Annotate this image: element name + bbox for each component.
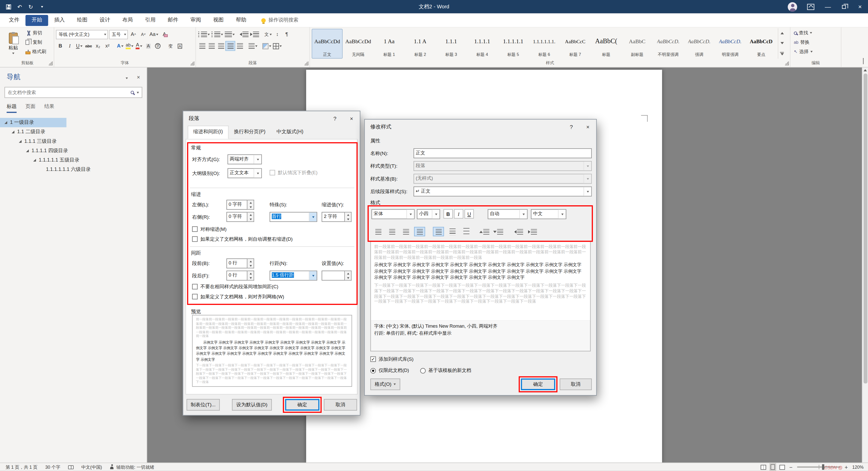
- align-justify-button[interactable]: [226, 41, 235, 50]
- no-space-same-style-checkbox[interactable]: 不要在相同样式的段落间增加间距(C): [192, 284, 278, 290]
- cut-button[interactable]: 剪切: [24, 28, 48, 38]
- close-dialog-button[interactable]: ×: [580, 120, 596, 134]
- asian-layout-button[interactable]: 文: [264, 30, 272, 39]
- nav-heading-level4[interactable]: 1.1.1.1 四级目录: [0, 146, 100, 155]
- close-button[interactable]: ×: [852, 0, 868, 13]
- tab-line-page-breaks[interactable]: 换行和分页(P): [228, 126, 271, 139]
- chevron-down-icon[interactable]: [253, 155, 261, 164]
- zoom-out-button[interactable]: −: [789, 464, 793, 470]
- font-size-combo[interactable]: 小四: [417, 209, 440, 219]
- spin-up[interactable]: [247, 259, 253, 263]
- search-icon[interactable]: [131, 91, 134, 94]
- spin-down[interactable]: [345, 217, 351, 221]
- style-item-subtle-emphasis[interactable]: AaBbCcD.不明显强调: [653, 29, 684, 59]
- vertical-scrollbar[interactable]: [862, 67, 868, 463]
- accessibility-status[interactable]: 辅助功能: 一切就绪: [110, 464, 154, 470]
- web-layout-button[interactable]: [779, 464, 785, 469]
- chevron-down-icon[interactable]: [519, 210, 527, 219]
- set-default-button[interactable]: 设为默认值(D): [232, 399, 272, 411]
- style-name-input[interactable]: 正文: [413, 148, 592, 158]
- nav-heading-level6[interactable]: 1.1.1.1.1.1 六级目录: [0, 165, 123, 174]
- clear-formatting-button[interactable]: A: [160, 30, 169, 39]
- style-item-list-point[interactable]: AaBbCcD要点: [746, 29, 777, 59]
- customize-qat-button[interactable]: [37, 2, 46, 11]
- numbering-button[interactable]: [211, 30, 224, 39]
- search-input[interactable]: [8, 90, 128, 95]
- mirror-indents-checkbox[interactable]: 对称缩进(M): [192, 226, 227, 233]
- chevron-down-icon[interactable]: [309, 271, 317, 280]
- style-item-normal[interactable]: AaBbCcDd正文: [312, 29, 343, 59]
- align-left-button[interactable]: [373, 227, 384, 236]
- font-color-button[interactable]: A: [134, 41, 144, 50]
- nav-heading-level5[interactable]: 1.1.1.1.1 五级目录: [0, 155, 112, 165]
- format-menu-button[interactable]: 格式(O): [370, 378, 400, 390]
- chevron-down-icon[interactable]: [558, 210, 566, 219]
- show-marks-button[interactable]: ¶: [282, 30, 291, 39]
- cancel-button[interactable]: 取消: [324, 399, 357, 411]
- highlight-button[interactable]: ab: [125, 41, 134, 50]
- increase-space-after-button[interactable]: [493, 227, 504, 236]
- tab-help[interactable]: 帮助: [230, 15, 252, 26]
- copy-button[interactable]: 复制: [24, 38, 48, 47]
- tab-file[interactable]: 文件: [3, 15, 26, 26]
- gallery-scroll-up-button[interactable]: [778, 28, 785, 38]
- spin-up[interactable]: [345, 271, 351, 276]
- ok-button[interactable]: 确定: [521, 378, 555, 390]
- gallery-scroll-down-button[interactable]: [778, 38, 785, 49]
- chevron-down-icon[interactable]: [432, 210, 440, 219]
- bullets-button[interactable]: [197, 30, 210, 39]
- zoom-slider-thumb[interactable]: [822, 464, 824, 470]
- help-button[interactable]: ?: [327, 111, 343, 126]
- left-indent-spinner[interactable]: 0 字符: [226, 200, 254, 210]
- find-button[interactable]: 查找: [792, 28, 839, 38]
- only-this-document-radio[interactable]: 仅限此文档(D): [370, 367, 409, 374]
- zoom-level[interactable]: 120%: [852, 464, 864, 469]
- nav-heading-level3[interactable]: 1.1.1 三级目录: [0, 137, 89, 146]
- read-mode-button[interactable]: [761, 464, 766, 469]
- chevron-down-icon[interactable]: [406, 210, 414, 219]
- spin-up[interactable]: [247, 212, 253, 217]
- line-spacing-button[interactable]: [248, 41, 258, 50]
- char-shading-button[interactable]: A: [144, 41, 153, 50]
- style-item-heading1[interactable]: 1 Aa标题 1: [374, 29, 405, 59]
- paragraph-dialog-titlebar[interactable]: 段落 ? ×: [183, 111, 360, 126]
- collapse-triangle-icon[interactable]: [19, 140, 22, 143]
- style-item-heading7[interactable]: AaBbCcC标题 7: [560, 29, 591, 59]
- collapse-triangle-icon[interactable]: [26, 149, 29, 152]
- nav-heading-level2[interactable]: 1.1 二级目录: [0, 127, 78, 136]
- underline-button[interactable]: U: [74, 41, 84, 50]
- tab-mailings[interactable]: 邮件: [162, 15, 184, 26]
- enclose-characters-button[interactable]: 字: [153, 41, 162, 50]
- avatar[interactable]: [788, 2, 797, 11]
- character-border-button[interactable]: A: [176, 41, 184, 50]
- add-to-gallery-checkbox[interactable]: ✓添加到样式库(S): [370, 356, 413, 363]
- restore-button[interactable]: [836, 0, 852, 13]
- gallery-more-button[interactable]: [778, 49, 785, 59]
- ribbon-display-options-button[interactable]: [804, 0, 820, 13]
- tab-asian-typography[interactable]: 中文版式(H): [271, 126, 309, 139]
- scrollbar-thumb[interactable]: [863, 73, 867, 383]
- font-color-combo[interactable]: 自动: [488, 209, 528, 219]
- zoom-in-button[interactable]: +: [844, 464, 848, 470]
- modify-style-dialog-titlebar[interactable]: 修改样式 ? ×: [365, 120, 596, 134]
- tab-home[interactable]: 开始: [26, 15, 48, 26]
- superscript-button[interactable]: x²: [103, 41, 112, 50]
- tab-draw[interactable]: 绘图: [71, 15, 94, 26]
- pinyin-guide-button[interactable]: 变: [166, 41, 175, 50]
- spin-up[interactable]: [247, 200, 253, 205]
- spin-down[interactable]: [345, 276, 351, 280]
- undo-button[interactable]: ↶: [15, 2, 24, 11]
- nav-heading-level1[interactable]: 1 一级目录: [0, 118, 66, 127]
- clipboard-dialog-launcher[interactable]: [49, 61, 53, 65]
- line-spacing-combo[interactable]: 1.5 倍行距: [270, 271, 317, 280]
- nav-tab-headings[interactable]: 标题: [7, 103, 17, 113]
- language-combo[interactable]: 中文: [531, 209, 566, 219]
- tell-me-search[interactable]: 操作说明搜索: [261, 17, 299, 24]
- tabs-button[interactable]: 制表位(T)...: [187, 399, 220, 411]
- style-item-subtitle[interactable]: AaBbC副标题: [622, 29, 653, 59]
- align-center-button[interactable]: [386, 227, 398, 236]
- chevron-down-icon[interactable]: [309, 212, 317, 221]
- new-documents-template-radio[interactable]: 基于该模板的新文档: [420, 367, 471, 374]
- chevron-down-icon[interactable]: [584, 187, 591, 196]
- spin-up[interactable]: [345, 212, 351, 217]
